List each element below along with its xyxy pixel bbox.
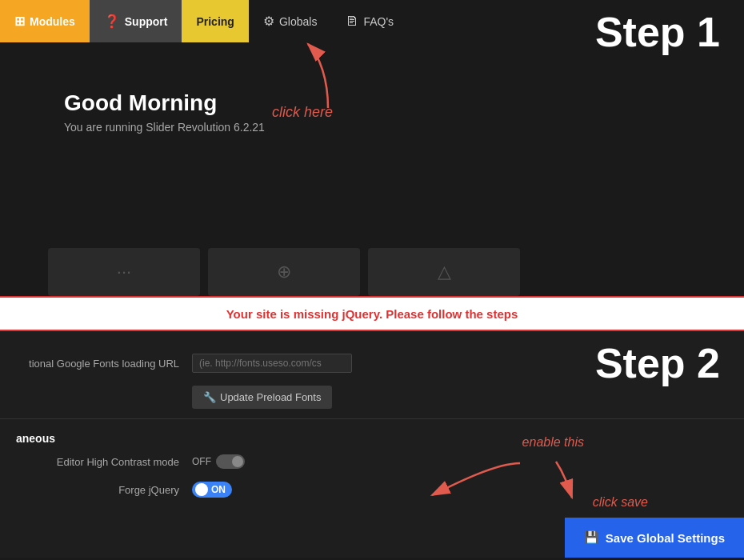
greeting-title: Good Morning [64, 90, 744, 116]
high-contrast-label: Editor High Contrast mode [16, 456, 192, 468]
toggle-off-circle [216, 454, 245, 469]
toggle-on-circle [195, 483, 208, 496]
globals-label: Globals [279, 15, 317, 28]
save-btn-label: Save Global Settings [606, 531, 725, 545]
save-global-btn[interactable]: 💾 Save Global Settings [565, 518, 744, 558]
greeting: Good Morning You are running Slider Revo… [0, 42, 744, 134]
update-preload-btn[interactable]: 🔧 Update Preload Fonts [192, 386, 332, 409]
forge-jquery-label: Forge jQuery [16, 484, 192, 496]
card-1: ··· [48, 248, 200, 296]
misc-section-title: aneous [0, 422, 744, 448]
nav-globals[interactable]: ⚙ Globals [249, 0, 331, 42]
modules-icon: ⊞ [14, 14, 25, 29]
greeting-sub: You are running Slider Revolution 6.2.21 [64, 121, 744, 134]
off-label: OFF [192, 456, 211, 467]
annotation-enable: enable this [522, 435, 584, 450]
nav-support[interactable]: ❓ Support [90, 0, 182, 42]
faqs-label: FAQ's [363, 15, 394, 28]
forge-jquery-toggle[interactable]: ON [192, 482, 232, 498]
alert-text: Your site is missing jQuery. Please foll… [226, 307, 518, 321]
top-section: ⊞ Modules ❓ Support Pricing ⚙ Globals 🖹 … [0, 0, 744, 296]
divider [0, 418, 744, 419]
arrow-save [508, 458, 588, 506]
on-label: ON [211, 484, 226, 495]
annotation-save: click save [593, 495, 648, 510]
faqs-icon: 🖹 [346, 14, 358, 29]
high-contrast-row: Editor High Contrast mode OFF [0, 448, 744, 475]
card-2: ⊕ [208, 248, 360, 296]
pricing-label: Pricing [196, 15, 234, 28]
save-icon: 💾 [584, 530, 599, 545]
high-contrast-toggle[interactable]: OFF [192, 454, 245, 469]
alert-banner: Your site is missing jQuery. Please foll… [0, 296, 744, 331]
bottom-section: Step 2 tional Google Fonts loading URL 🔧… [0, 331, 744, 558]
step1-label: Step 1 [595, 8, 720, 56]
support-icon: ❓ [104, 14, 120, 29]
globals-icon: ⚙ [263, 14, 274, 29]
nav-modules[interactable]: ⊞ Modules [0, 0, 90, 42]
font-url-label: tional Google Fonts loading URL [16, 358, 192, 370]
wrench-icon: 🔧 [203, 391, 216, 403]
update-btn-label: Update Preload Fonts [220, 391, 321, 403]
card-3: △ [368, 248, 520, 296]
arrow-to-globals [264, 40, 360, 112]
nav-faqs[interactable]: 🖹 FAQ's [331, 0, 408, 42]
nav-pricing[interactable]: Pricing [182, 0, 248, 42]
step2-label: Step 2 [595, 339, 720, 387]
font-url-input[interactable] [192, 354, 352, 373]
support-label: Support [125, 15, 168, 28]
modules-label: Modules [30, 15, 75, 28]
annotation-click-here: click here [272, 104, 333, 121]
cards-row: ··· ⊕ △ [48, 248, 520, 296]
